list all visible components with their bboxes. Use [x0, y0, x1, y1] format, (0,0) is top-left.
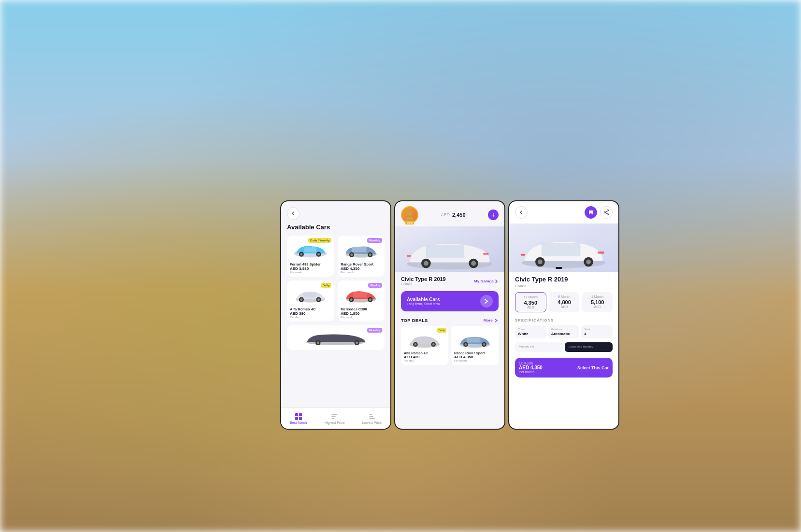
tab-12-currency: AED	[517, 306, 544, 309]
top-deals-header: TOP DEALS More	[395, 315, 504, 326]
svg-point-2	[300, 253, 302, 255]
available-cars-button[interactable]: Available Cars Long term, Short term	[401, 291, 499, 311]
panel-available-cars: Available Cars Daily / Weekly Ferrari 48…	[280, 200, 391, 430]
civic-hero-svg	[395, 226, 504, 272]
gold-badge: Gold	[405, 221, 414, 224]
svg-point-55	[607, 214, 609, 215]
svg-point-54	[607, 210, 609, 211]
tab-1-month[interactable]: 1 Month 5,100 AED	[582, 292, 613, 312]
spec-color: Color White	[515, 325, 546, 338]
balance-amount: 2,450	[452, 212, 466, 218]
tab-6-label: 6 Month	[551, 295, 578, 298]
svg-rect-42	[483, 253, 489, 255]
back-button[interactable]	[287, 207, 300, 220]
select-per-month: Per month	[519, 370, 543, 374]
bottom-navigation: Best Match Highest Price Lowest Price	[281, 407, 390, 429]
list-item[interactable]: Range Rover Sport AED 4,350 Per month	[451, 326, 499, 365]
detail-car-brand: Honda	[509, 284, 618, 292]
car-name: Ferrari 488 Spider	[290, 262, 331, 266]
nav-lowest-price[interactable]: Lowest Price	[362, 412, 382, 424]
bookmark-icon	[588, 210, 594, 215]
deal-car-name: Range Rover Sport	[454, 351, 496, 355]
svg-rect-41	[407, 255, 411, 257]
select-car-button[interactable]: 12 Month AED 4,350 Per month Select This…	[515, 358, 613, 378]
nav-highest-price[interactable]: Highest Price	[325, 412, 345, 424]
km-exceeding-label: Exceeding monthly	[569, 345, 609, 348]
tab-12-amount: 4,350	[517, 300, 544, 306]
km-monthly-card: Monthly KM	[515, 342, 563, 352]
available-cars-text: Available Cars Long term, Short term	[407, 297, 440, 306]
tab-6-month[interactable]: 6 Month 4,800 AED	[549, 292, 580, 312]
deal-period: Per month	[454, 359, 496, 362]
spec-gearbox-label: Gearbox	[551, 328, 577, 331]
tab-6-currency: AED	[551, 305, 578, 308]
back-button[interactable]	[515, 206, 528, 219]
svg-point-47	[432, 343, 435, 346]
car-badge: Weekly	[368, 283, 382, 288]
car-brand: Honda	[401, 282, 446, 286]
tab-12-month[interactable]: 12 Month 4,350 AED	[515, 292, 546, 312]
detail-actions	[585, 206, 613, 219]
list-item[interactable]: Monthly Range Rover Sport AED 4,350 Per …	[338, 236, 385, 277]
svg-rect-23	[353, 292, 367, 297]
svg-rect-11	[352, 247, 367, 252]
add-balance-button[interactable]: +	[488, 210, 499, 220]
list-item[interactable]: Monthly	[287, 325, 385, 350]
svg-point-50	[465, 343, 467, 346]
tab-1-currency: AED	[584, 305, 611, 308]
svg-point-16	[317, 298, 320, 301]
svg-rect-66	[521, 254, 526, 256]
sort-asc-icon	[368, 412, 376, 421]
car-price: AED 380	[290, 311, 331, 316]
svg-rect-31	[295, 417, 298, 420]
km-monthly-label: Monthly KM	[519, 345, 559, 348]
deals-grid: Daily Alfa Romeo 4C AED 420 Per day	[395, 326, 504, 365]
sort-desc-icon	[330, 412, 339, 421]
svg-rect-5	[304, 247, 317, 252]
specs-grid: Color White Gearbox Automatic Seat 4	[515, 325, 613, 338]
spec-gearbox-value: Automatic	[551, 332, 577, 336]
list-item[interactable]: Weekly Mercedes C300 AED 1,850 Per week	[338, 280, 385, 322]
panel-middle: Gold AED 2,450 +	[394, 200, 505, 430]
car-price: AED 3,980	[290, 266, 331, 271]
select-price: AED 4,350	[519, 365, 543, 370]
list-item[interactable]: Daily Alfa Romeo 4C AED 420 Per day	[401, 326, 448, 365]
tab-6-amount: 4,800	[551, 299, 578, 305]
hero-car-image	[395, 226, 504, 272]
car-badge: Monthly	[367, 328, 382, 333]
bookmark-button[interactable]	[585, 206, 597, 219]
top-deals-more[interactable]: More	[484, 318, 499, 323]
share-button[interactable]	[600, 206, 613, 219]
list-item[interactable]: Daily / Weekly Ferrari 488 Spider AED 3,…	[287, 236, 334, 277]
svg-rect-32	[299, 417, 302, 420]
svg-point-38	[424, 261, 429, 266]
spec-gearbox: Gearbox Automatic	[548, 325, 580, 338]
nav-lowest-label: Lowest Price	[362, 421, 382, 424]
specs-title: SPECIFICATIONS	[515, 318, 613, 322]
avatar-icon	[404, 209, 415, 221]
svg-point-22	[369, 298, 372, 301]
car-name: Range Rover Sport	[341, 262, 382, 266]
balance-section: AED 2,450	[441, 212, 465, 218]
detail-top-bar	[509, 201, 618, 224]
svg-rect-53	[467, 337, 481, 343]
arrow-right-circle	[480, 295, 493, 308]
top-deals-title: TOP DEALS	[401, 318, 428, 323]
select-price-info: 12 Month AED 4,350 Per month	[519, 362, 543, 374]
svg-point-14	[300, 298, 302, 301]
spec-color-label: Color	[518, 328, 544, 331]
svg-point-63	[538, 260, 543, 265]
svg-point-65	[586, 260, 591, 265]
svg-point-52	[483, 343, 486, 346]
dot-2	[564, 267, 567, 269]
detail-car-svg	[509, 224, 618, 272]
deal-car-image	[454, 329, 496, 348]
svg-point-28	[356, 341, 358, 344]
user-avatar-container: Gold	[401, 206, 418, 224]
car-period: Per day	[290, 316, 331, 319]
my-garage-link[interactable]: My Garage	[474, 279, 499, 283]
list-item[interactable]: Daily Alfa Romeo 4C AED 380 Per day	[287, 280, 334, 322]
spec-seat-label: Seat	[584, 328, 610, 331]
nav-best-match[interactable]: Best Match	[290, 412, 307, 424]
deal-period: Per day	[404, 359, 445, 362]
